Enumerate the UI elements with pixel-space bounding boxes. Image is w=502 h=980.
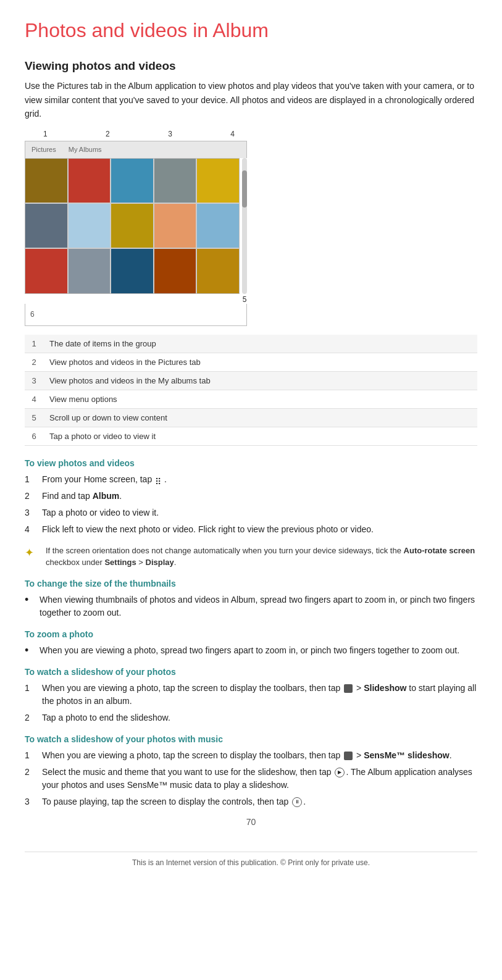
step-item: 4 Flick left to view the next photo or v… <box>25 523 477 536</box>
photo-cell <box>111 249 153 293</box>
callout-2: 2 <box>106 130 110 138</box>
grid-with-scrollbar: 5 <box>25 158 247 304</box>
table-cell-num: 1 <box>25 335 43 353</box>
bullet-item: • When viewing thumbnails of photos and … <box>25 593 477 619</box>
photo-cell <box>154 249 196 293</box>
photo-cell <box>154 159 196 203</box>
menu-icon <box>344 684 353 693</box>
page-title: Photos and videos in Album <box>25 19 477 42</box>
menu-icon2 <box>344 752 353 760</box>
callout-4: 4 <box>230 130 235 138</box>
page-number: 70 <box>25 817 477 827</box>
tip-box: ✦ If the screen orientation does not cha… <box>25 545 477 569</box>
tip-text: If the screen orientation does not chang… <box>46 545 477 569</box>
steps-zoom: • When you are viewing a photo, spread t… <box>25 644 477 658</box>
topbar-label-myalbums: My Albums <box>69 146 102 153</box>
table-cell-desc: Scroll up or down to view content <box>43 408 477 427</box>
step-item: 2 Tap a photo to end the slideshow. <box>25 711 477 724</box>
table-cell-desc: View photos and videos in the My albums … <box>43 371 477 390</box>
subheading-thumbnails: To change the size of the thumbnails <box>25 579 477 588</box>
table-cell-num: 6 <box>25 427 43 445</box>
callout-5: 5 <box>243 295 247 304</box>
table-row: 5Scroll up or down to view content <box>25 408 477 427</box>
photo-grid-wrapper: 1 2 3 4 Pictures My Albums <box>25 130 477 326</box>
scrollbar-track <box>242 158 247 294</box>
play-icon: ▶ <box>335 768 345 777</box>
photo-cell <box>25 204 67 248</box>
photo-cell <box>25 249 67 293</box>
table-cell-desc: Tap a photo or video to view it <box>43 427 477 445</box>
photo-cell <box>25 159 67 203</box>
table-row: 2View photos and videos in the Pictures … <box>25 353 477 371</box>
step-item: 3 Tap a photo or video to view it. <box>25 506 477 519</box>
footer-note: This is an Internet version of this publ… <box>25 852 477 867</box>
table-row: 3View photos and videos in the My albums… <box>25 371 477 390</box>
scrollbar-thumb <box>242 170 247 207</box>
steps-slideshow: 1 When you are viewing a photo, tap the … <box>25 682 477 724</box>
photo-bottom-bar: 6 <box>25 304 247 326</box>
photo-cell <box>111 204 153 248</box>
callout-1: 1 <box>43 130 48 138</box>
table-row: 6Tap a photo or video to view it <box>25 427 477 445</box>
photo-cell <box>111 159 153 203</box>
step-item: 1 From your Home screen, tap . <box>25 473 477 486</box>
photo-grid <box>25 158 240 294</box>
subheading-slideshow: To watch a slideshow of your photos <box>25 667 477 677</box>
pause-icon: ⏸ <box>292 797 302 807</box>
table-cell-desc: View menu options <box>43 390 477 408</box>
section-heading-viewing: Viewing photos and videos <box>25 59 477 73</box>
step-item: 2 Find and tap Album. <box>25 490 477 503</box>
subheading-view-photos: To view photos and videos <box>25 458 477 468</box>
grid-icon <box>155 475 164 484</box>
subheading-slideshow-music: To watch a slideshow of your photos with… <box>25 734 477 744</box>
step-item: 3 To pause playing, tap the screen to di… <box>25 795 477 808</box>
table-row: 4View menu options <box>25 390 477 408</box>
reference-table: 1The date of items in the group2View pho… <box>25 335 477 446</box>
photo-cell <box>69 204 111 248</box>
table-cell-num: 2 <box>25 353 43 371</box>
section-body-text: Use the Pictures tab in the Album applic… <box>25 79 477 120</box>
table-row: 1The date of items in the group <box>25 335 477 353</box>
step-item: 1 When you are viewing a photo, tap the … <box>25 749 477 762</box>
callout-3: 3 <box>168 130 172 138</box>
steps-thumbnails: • When viewing thumbnails of photos and … <box>25 593 477 619</box>
table-cell-desc: The date of items in the group <box>43 335 477 353</box>
table-cell-desc: View photos and videos in the Pictures t… <box>43 353 477 371</box>
step-item: 1 When you are viewing a photo, tap the … <box>25 682 477 708</box>
photo-cell <box>69 159 111 203</box>
step-item: 2 Select the music and theme that you wa… <box>25 766 477 792</box>
table-cell-num: 4 <box>25 390 43 408</box>
table-cell-num: 3 <box>25 371 43 390</box>
steps-view-photos: 1 From your Home screen, tap . 2 Find an… <box>25 473 477 536</box>
photo-cell <box>197 204 239 248</box>
topbar-label-pictures: Pictures <box>31 146 56 153</box>
bullet-item: • When you are viewing a photo, spread t… <box>25 644 477 658</box>
photo-cell <box>154 204 196 248</box>
scrollbar-area: 5 <box>242 158 247 304</box>
table-cell-num: 5 <box>25 408 43 427</box>
tip-icon: ✦ <box>25 545 40 569</box>
photo-cell <box>197 249 239 293</box>
photo-topbar: Pictures My Albums <box>25 141 247 158</box>
subheading-zoom: To zoom a photo <box>25 629 477 639</box>
photo-cell <box>69 249 111 293</box>
steps-slideshow-music: 1 When you are viewing a photo, tap the … <box>25 749 477 808</box>
callout-6: 6 <box>30 310 35 319</box>
photo-cell <box>197 159 239 203</box>
grid-number-overlay: 1 2 3 4 Pictures My Albums <box>25 130 247 326</box>
